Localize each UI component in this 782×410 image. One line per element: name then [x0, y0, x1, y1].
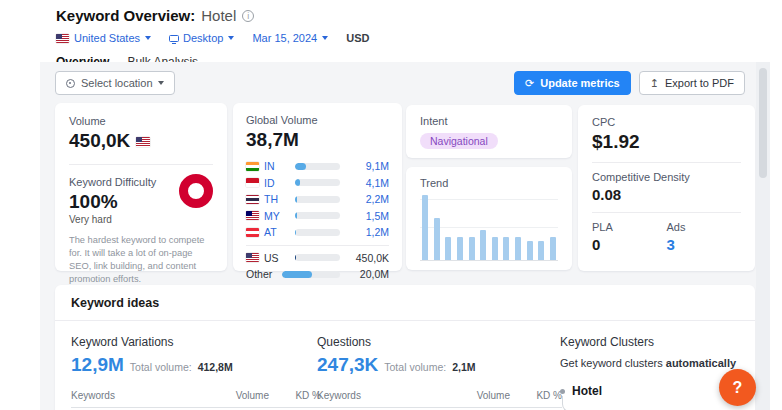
country-code-link[interactable]: AT	[264, 226, 290, 238]
clusters-hint-text: Get keyword clusters	[560, 357, 666, 369]
info-icon[interactable]: i	[242, 10, 254, 22]
trend-bar	[503, 237, 509, 260]
country-volume-value: 1,2M	[345, 226, 389, 238]
ads-value[interactable]: 3	[667, 236, 742, 253]
update-metrics-label: Update metrics	[540, 76, 619, 90]
select-location-dropdown[interactable]: Select location	[55, 71, 175, 95]
country-volume-row: Other 20,0M	[246, 266, 389, 283]
divider	[246, 245, 389, 246]
trend-bar	[538, 241, 544, 260]
chevron-down-icon	[158, 81, 164, 85]
variations-table: Keywords Volume KD % hotels near me 2,2M…	[71, 390, 321, 410]
device-filter-label: Desktop	[183, 32, 223, 44]
column-header-keywords: Keywords	[71, 390, 217, 401]
country-volume-row: TH 2,2M	[246, 191, 389, 208]
trend-bar	[515, 237, 521, 260]
cpc-label: CPC	[592, 116, 741, 128]
intent-label: Intent	[420, 115, 558, 127]
country-code-link[interactable]: TH	[264, 193, 290, 205]
trend-label: Trend	[420, 177, 558, 189]
clusters-label: Keyword Clusters	[560, 335, 750, 349]
location-pin-icon	[66, 79, 75, 88]
us-flag-icon	[246, 253, 259, 262]
at-flag-icon	[246, 228, 259, 237]
kd-description: The hardest keyword to compete for. It w…	[69, 234, 213, 286]
pla-label: PLA	[592, 221, 667, 233]
update-metrics-button[interactable]: Update metrics	[514, 71, 631, 95]
competitive-density-value: 0.08	[592, 186, 741, 203]
id-flag-icon	[246, 178, 259, 187]
country-volume-row: ID 4,1M	[246, 175, 389, 192]
scrollbar-track[interactable]	[756, 62, 770, 410]
country-volume-value: 1,5M	[345, 210, 389, 222]
total-volume-value: 412,8M	[198, 361, 233, 373]
scrollbar-thumb[interactable]	[759, 68, 767, 178]
my-flag-icon	[246, 211, 259, 220]
volume-bar	[282, 271, 340, 278]
country-volume-value: 2,2M	[345, 193, 389, 205]
variations-label: Keyword Variations	[71, 335, 321, 349]
volume-bar	[295, 196, 340, 203]
volume-value: 450,0K	[69, 130, 213, 152]
divider	[592, 162, 741, 163]
questions-count-link[interactable]: 247,3K	[317, 354, 378, 376]
trend-bar	[550, 237, 556, 260]
select-location-label: Select location	[81, 76, 153, 90]
intent-badge[interactable]: Navigational	[420, 133, 498, 149]
trend-card: Trend	[406, 167, 572, 270]
volume-bar	[295, 229, 340, 236]
column-header-kd: KD %	[269, 390, 321, 401]
country-filter-dropdown[interactable]: United States	[56, 32, 151, 44]
country-code-link[interactable]: MY	[264, 210, 290, 222]
global-volume-label: Global Volume	[246, 114, 389, 126]
page-keyword: Hotel	[201, 7, 236, 24]
questions-section: Questions 247,3K Total volume: 2,1M Keyw…	[317, 335, 562, 410]
variations-count-link[interactable]: 12,9M	[71, 354, 124, 376]
kd-gauge-icon	[179, 174, 213, 208]
filter-bar: United States Desktop Mar 15, 2024 USD	[40, 24, 757, 44]
cluster-bullet-icon	[560, 389, 565, 394]
trend-bar	[434, 218, 440, 260]
device-filter-dropdown[interactable]: Desktop	[169, 32, 234, 44]
other-label: Other	[246, 268, 277, 280]
keyword-difficulty-rating: Very hard	[69, 214, 213, 225]
title-row: Keyword Overview: Hotel i	[40, 0, 757, 24]
main-content: Select location Update metrics Export to…	[40, 62, 757, 410]
global-volume-card: Global Volume 38,7M IN 9,1M ID 4,1M TH 2…	[233, 103, 402, 271]
country-filter-label: United States	[74, 32, 140, 44]
trend-chart	[420, 195, 558, 261]
column-header-volume: Volume	[458, 390, 510, 401]
in-flag-icon	[246, 162, 259, 171]
us-flag-icon	[56, 34, 69, 43]
volume-bar	[295, 163, 340, 170]
divider	[592, 212, 741, 213]
cpc-card: CPC $1.92 Competitive Density 0.08 PLA 0…	[578, 105, 755, 271]
volume-card: Volume 450,0K Keyword Difficulty 100% Ve…	[55, 103, 227, 271]
country-code-link[interactable]: IN	[264, 160, 290, 172]
ads-label: Ads	[667, 221, 742, 233]
desktop-icon	[169, 35, 179, 42]
keyword-variations-section: Keyword Variations 12,9M Total volume: 4…	[71, 335, 321, 410]
chevron-down-icon	[145, 36, 151, 40]
date-filter-label: Mar 15, 2024	[252, 32, 317, 44]
clusters-hint: Get keyword clusters automatically	[560, 357, 750, 369]
volume-label: Volume	[69, 115, 213, 127]
volume-bar	[295, 179, 340, 186]
intent-card: Intent Navigational	[406, 105, 572, 158]
competitive-density-label: Competitive Density	[592, 171, 741, 183]
keyword-ideas-card: Keyword ideas Keyword Variations 12,9M T…	[55, 285, 755, 410]
divider	[69, 164, 213, 165]
volume-bar	[295, 254, 340, 261]
date-filter-dropdown[interactable]: Mar 15, 2024	[252, 32, 328, 44]
column-header-volume: Volume	[217, 390, 269, 401]
clusters-hint-bold: automatically	[666, 357, 736, 369]
export-to-pdf-button[interactable]: Export to PDF	[639, 71, 745, 95]
keyword-clusters-section: Keyword Clusters Get keyword clusters au…	[560, 335, 750, 410]
country-code-link[interactable]: ID	[264, 177, 290, 189]
volume-bar	[295, 212, 340, 219]
help-button[interactable]: ?	[719, 369, 756, 406]
country-volume-value: 9,1M	[345, 160, 389, 172]
trend-bar	[422, 195, 428, 260]
chevron-down-icon	[228, 36, 234, 40]
currency-label: USD	[346, 32, 369, 44]
